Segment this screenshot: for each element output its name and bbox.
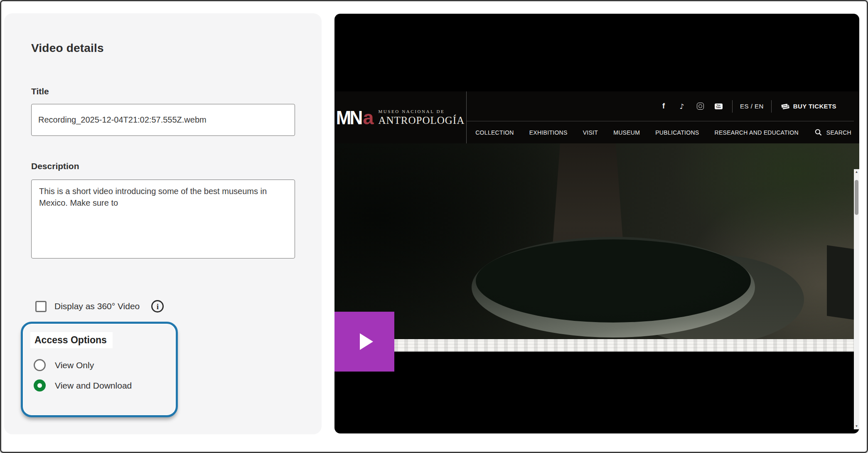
site-scrollbar: ▲ ▼ [854, 169, 859, 429]
nav-item-collection: COLLECTION [475, 129, 514, 136]
video-details-dialog: Video details Title Description This is … [0, 0, 868, 453]
display-360-label: Display as 360° Video [54, 301, 140, 311]
logo-a-mark: a [363, 106, 374, 129]
search-icon [815, 129, 822, 136]
logo-mn-mark: MN [336, 107, 361, 128]
logo-line1: MUSEO NACIONAL DE [378, 109, 465, 114]
access-options-heading: Access Options [30, 332, 113, 348]
museum-courtyard-photo [334, 143, 859, 339]
ticket-icon [781, 103, 790, 110]
instagram-icon [694, 103, 706, 110]
youtube-icon: YouTube [712, 103, 725, 109]
title-input[interactable] [31, 104, 295, 136]
video-frame-website: MN a MUSEO NACIONAL DE ANTROPOLOGÍA f ♪ … [334, 91, 859, 352]
hero-dark-structure [827, 245, 856, 320]
access-option-view-only[interactable]: View Only [34, 359, 176, 371]
facebook-icon: f [657, 102, 670, 111]
display-360-row[interactable]: Display as 360° Video i [35, 300, 164, 313]
panel-title: Video details [31, 42, 104, 55]
video-preview-player[interactable]: MN a MUSEO NACIONAL DE ANTROPOLOGÍA f ♪ … [334, 14, 859, 433]
display-360-checkbox[interactable] [35, 301, 47, 312]
view-only-radio[interactable] [34, 359, 46, 371]
topbar-divider [732, 100, 733, 113]
site-navbar: COLLECTION EXHIBITIONS VISIT MUSEUM PUBL… [467, 121, 854, 143]
topbar-divider [771, 100, 772, 113]
nav-item-research-education: RESEARCH AND EDUCATION [714, 129, 798, 136]
view-and-download-label: View and Download [55, 381, 132, 391]
scrollbar-thumb [855, 180, 858, 215]
info-icon[interactable]: i [151, 300, 164, 313]
view-only-label: View Only [55, 360, 94, 370]
access-options-highlight-ring: Access Options View Only View and Downlo… [21, 322, 178, 417]
hero-fountain-water [476, 239, 751, 323]
scrollbar-up-arrow: ▲ [855, 170, 858, 174]
nav-item-publications: PUBLICATIONS [655, 129, 699, 136]
tiktok-icon: ♪ [676, 102, 688, 111]
description-input[interactable]: This is a short video introducing some o… [31, 180, 295, 259]
nav-item-museum: MUSEUM [613, 129, 640, 136]
title-label: Title [31, 86, 49, 96]
site-header: MN a MUSEO NACIONAL DE ANTROPOLOGÍA f ♪ … [334, 91, 859, 143]
play-button[interactable] [334, 312, 394, 372]
site-topbar: f ♪ YouTube ES / EN [467, 91, 854, 121]
hero-fountain-rim [472, 237, 755, 337]
search-label: SEARCH [826, 129, 851, 136]
logo-line2: ANTROPOLOGÍA [378, 115, 465, 126]
museum-logo: MN a MUSEO NACIONAL DE ANTROPOLOGÍA [334, 91, 467, 143]
logo-wordmark: MUSEO NACIONAL DE ANTROPOLOGÍA [378, 109, 465, 126]
language-toggle: ES / EN [740, 103, 764, 110]
scrollbar-down-arrow: ▼ [855, 425, 858, 428]
buy-tickets-button: BUY TICKETS [781, 103, 836, 110]
access-option-view-and-download[interactable]: View and Download [34, 379, 176, 391]
description-label: Description [31, 161, 79, 171]
site-content-strip [334, 339, 859, 352]
video-details-panel: Video details Title Description This is … [4, 13, 322, 434]
site-search: SEARCH [815, 129, 851, 136]
view-and-download-radio[interactable] [34, 379, 46, 391]
play-icon [360, 333, 373, 350]
nav-item-visit: VISIT [583, 129, 598, 136]
nav-item-exhibitions: EXHIBITIONS [529, 129, 568, 136]
